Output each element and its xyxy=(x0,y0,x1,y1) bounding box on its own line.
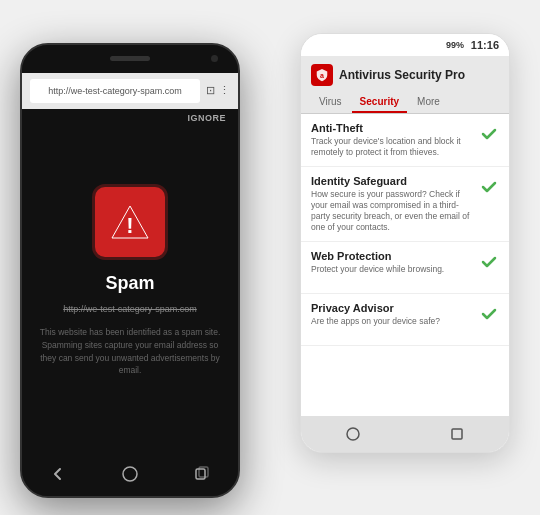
url-bar[interactable]: http://we-test-category-spam.com xyxy=(30,79,200,103)
tab-switcher-icon[interactable]: ⊡ xyxy=(206,84,215,97)
tab-more[interactable]: More xyxy=(409,92,448,113)
app-header: a Antivirus Security Pro Virus Security … xyxy=(301,56,509,114)
overflow-menu-icon[interactable]: ⋮ xyxy=(219,84,230,97)
webprotection-desc: Protect your device while browsing. xyxy=(311,264,475,275)
svg-point-5 xyxy=(123,467,137,481)
phone-black: http://we-test-category-spam.com ⊡ ⋮ IGN… xyxy=(20,43,240,498)
identity-title: Identity Safeguard xyxy=(311,175,475,187)
privacy-check xyxy=(479,304,499,324)
webprotection-item[interactable]: Web Protection Protect your device while… xyxy=(301,242,509,294)
app-title-text: Antivirus Security Pro xyxy=(339,68,465,82)
recents-button[interactable] xyxy=(190,462,214,486)
antitheft-check xyxy=(479,124,499,144)
white-nav-bar xyxy=(301,416,509,452)
black-top-bar xyxy=(22,45,238,73)
scene: 99% 11:16 a Antivirus Security Pro Virus… xyxy=(20,13,520,503)
tab-virus[interactable]: Virus xyxy=(311,92,350,113)
warning-icon: ! xyxy=(95,187,165,257)
url-text: http://we-test-category-spam.com xyxy=(48,86,182,96)
black-nav-bar xyxy=(22,452,238,496)
home-button[interactable] xyxy=(118,462,142,486)
white-status-bar: 99% 11:16 xyxy=(301,34,509,56)
spam-title: Spam xyxy=(105,273,154,294)
phone-white: 99% 11:16 a Antivirus Security Pro Virus… xyxy=(300,33,510,453)
antitheft-title: Anti-Theft xyxy=(311,122,475,134)
app-icon: a xyxy=(311,64,333,86)
time-display: 11:16 xyxy=(471,39,499,51)
antitheft-item[interactable]: Anti-Theft Track your device's location … xyxy=(301,114,509,167)
ignore-button[interactable]: IGNORE xyxy=(187,113,226,123)
privacy-desc: Are the apps on your device safe? xyxy=(311,316,475,327)
identity-item[interactable]: Identity Safeguard How secure is your pa… xyxy=(301,167,509,242)
back-button[interactable] xyxy=(46,462,70,486)
svg-rect-2 xyxy=(452,429,462,439)
svg-point-1 xyxy=(347,428,359,440)
security-content: Anti-Theft Track your device's location … xyxy=(301,114,509,346)
warning-screen: IGNORE ! Spam http://we-test-category-sp… xyxy=(22,109,238,452)
privacy-title: Privacy Advisor xyxy=(311,302,475,314)
nav-home-btn[interactable] xyxy=(341,422,365,446)
tab-security[interactable]: Security xyxy=(352,92,407,113)
spam-url: http://we-test-category-spam.com xyxy=(63,304,197,314)
tab-bar: Virus Security More xyxy=(311,92,499,113)
front-camera xyxy=(211,55,218,62)
svg-text:!: ! xyxy=(126,213,133,238)
app-title-row: a Antivirus Security Pro xyxy=(311,64,499,86)
webprotection-title: Web Protection xyxy=(311,250,475,262)
identity-check xyxy=(479,177,499,197)
identity-desc: How secure is your password? Check if yo… xyxy=(311,189,475,233)
speaker-grille xyxy=(110,56,150,61)
battery-indicator: 99% xyxy=(446,40,464,50)
chrome-icons: ⊡ ⋮ xyxy=(206,84,230,97)
privacy-item[interactable]: Privacy Advisor Are the apps on your dev… xyxy=(301,294,509,346)
webprotection-check xyxy=(479,252,499,272)
antitheft-desc: Track your device's location and block i… xyxy=(311,136,475,158)
svg-text:a: a xyxy=(320,71,324,78)
spam-description: This website has been identified as a sp… xyxy=(38,326,222,377)
chrome-bar: http://we-test-category-spam.com ⊡ ⋮ xyxy=(22,73,238,109)
nav-recents-btn[interactable] xyxy=(445,422,469,446)
